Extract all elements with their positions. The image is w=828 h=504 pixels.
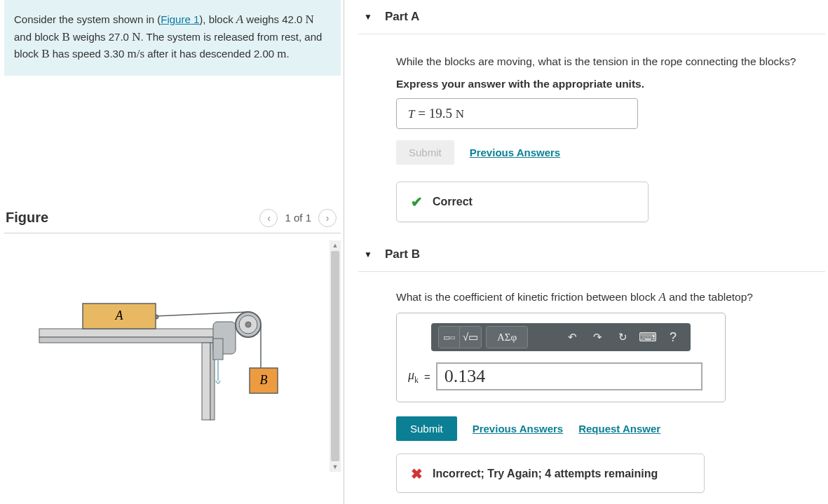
unit: N	[306, 13, 314, 26]
figure-link[interactable]: Figure 1	[161, 13, 199, 25]
problem-statement: Consider the system shown in (Figure 1),…	[4, 0, 341, 76]
equals-sign: =	[424, 371, 430, 383]
figure-title: Figure	[6, 210, 48, 226]
svg-text:A: A	[115, 308, 124, 322]
sqrt-tool-button[interactable]: √▭	[460, 327, 481, 348]
unit: m/s	[127, 47, 144, 60]
equation-toolbar: ▭▭ √▭ ΑΣφ ↶ ↷ ↻ ⌨ ?	[431, 323, 691, 351]
undo-button[interactable]: ↶	[562, 327, 583, 348]
var-B: B	[41, 47, 49, 60]
svg-rect-5	[213, 339, 223, 360]
part-b-title: Part B	[385, 247, 420, 261]
part-b-previous-answers-link[interactable]: Previous Answers	[473, 423, 564, 435]
keyboard-button[interactable]: ⌨	[637, 327, 658, 348]
figure-scrollbar[interactable]: ▲ ▼	[330, 240, 341, 472]
x-icon: ✖	[411, 465, 423, 482]
text: .	[287, 48, 290, 60]
part-a-body: While the blocks are moving, what is the…	[358, 34, 825, 238]
part-a-question: While the blocks are moving, what is the…	[396, 54, 818, 69]
part-b-question: What is the coefficient of kinetic frict…	[396, 289, 818, 306]
svg-rect-0	[39, 329, 232, 337]
svg-rect-2	[202, 343, 210, 420]
text: weighs 42.0	[243, 13, 305, 25]
part-b-request-answer-link[interactable]: Request Answer	[578, 423, 660, 435]
caret-down-icon: ▼	[364, 12, 372, 22]
figure-header: Figure ‹ 1 of 1 ›	[4, 209, 341, 233]
equation-editor: ▭▭ √▭ ΑΣφ ↶ ↷ ↻ ⌨ ? μk =	[396, 313, 726, 402]
figure-next-button[interactable]: ›	[318, 209, 337, 227]
answer-unit: N	[456, 107, 464, 121]
equation-input[interactable]	[436, 362, 703, 390]
part-a-answer-box: T = 19.5 N	[396, 98, 638, 129]
part-a-submit-button: Submit	[396, 140, 454, 165]
var-B: B	[62, 30, 69, 43]
feedback-text: Correct	[433, 196, 473, 208]
part-a-instruction: Express your answer with the appropriate…	[396, 76, 818, 92]
part-a-feedback: ✔ Correct	[396, 182, 649, 222]
template-tool-button[interactable]: ▭▭	[439, 327, 460, 348]
figure-diagram: A B	[32, 297, 313, 437]
reset-button[interactable]: ↻	[612, 327, 633, 348]
help-button[interactable]: ?	[663, 327, 684, 348]
check-icon: ✔	[411, 193, 423, 210]
text: Consider the system shown in (	[14, 13, 161, 25]
part-a-previous-answers-link[interactable]: Previous Answers	[470, 147, 561, 158]
svg-line-10	[155, 312, 248, 316]
text: ), block	[199, 13, 236, 25]
text: after it has descended 2.00	[144, 48, 277, 60]
redo-button[interactable]: ↷	[587, 327, 608, 348]
figure-area: A B ▲ ▼	[4, 240, 341, 472]
text: and the tabletop?	[666, 291, 753, 303]
part-b-feedback: ✖ Incorrect; Try Again; 4 attempts remai…	[396, 454, 705, 493]
text: weighs 27.0	[70, 31, 132, 43]
var-A: A	[236, 13, 243, 26]
figure-prev-button[interactable]: ‹	[259, 209, 278, 227]
caret-down-icon: ▼	[364, 250, 372, 259]
var-A: A	[658, 290, 665, 304]
scroll-down-icon[interactable]: ▼	[330, 463, 340, 471]
figure-counter: 1 of 1	[285, 212, 311, 224]
column-divider	[344, 0, 344, 504]
part-b-header[interactable]: ▼ Part B	[358, 242, 825, 272]
svg-rect-1	[39, 337, 232, 343]
greek-tool-button[interactable]: ΑΣφ	[487, 327, 527, 348]
equation-variable: μk	[408, 368, 419, 386]
part-b-submit-button[interactable]: Submit	[396, 416, 457, 441]
unit: m	[277, 47, 286, 60]
answer-eq: = 19.5	[414, 106, 455, 121]
text: has speed 3.30	[50, 48, 128, 60]
scroll-thumb[interactable]	[331, 251, 339, 461]
svg-point-9	[245, 322, 251, 327]
text: What is the coefficient of kinetic frict…	[396, 291, 658, 303]
part-a-title: Part A	[385, 10, 419, 24]
part-a-header[interactable]: ▼ Part A	[358, 4, 825, 34]
part-b-body: What is the coefficient of kinetic frict…	[358, 272, 825, 504]
scroll-up-icon[interactable]: ▲	[330, 241, 340, 250]
svg-text:B: B	[260, 373, 268, 387]
text: and block	[14, 31, 62, 43]
feedback-text: Incorrect; Try Again; 4 attempts remaini…	[433, 468, 658, 480]
unit: N	[132, 30, 140, 43]
